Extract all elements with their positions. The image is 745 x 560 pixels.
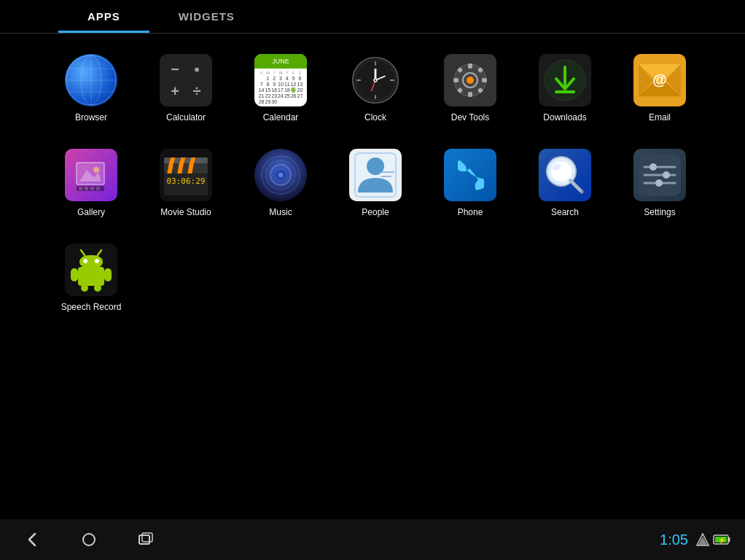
- svg-rect-92: [142, 533, 152, 542]
- people-icon: [349, 149, 402, 201]
- gallery-label: Gallery: [77, 207, 105, 217]
- calendar-icon: JUNE S M T W T F S 1 2 3 4 5 6 7 8 9 10: [254, 54, 307, 106]
- app-clock[interactable]: Clock: [328, 48, 423, 136]
- devtools-icon: [444, 54, 496, 106]
- svg-text:@: @: [652, 71, 667, 88]
- tab-bar: APPS WIDGETS: [0, 0, 745, 34]
- tab-widgets[interactable]: WIDGETS: [149, 0, 264, 33]
- nav-left: [15, 529, 156, 550]
- svg-rect-19: [468, 63, 472, 69]
- devtools-label: Dev Tools: [451, 112, 489, 122]
- svg-rect-89: [94, 284, 101, 292]
- svg-point-41: [93, 167, 99, 173]
- svg-rect-90: [83, 534, 95, 545]
- svg-line-85: [98, 250, 101, 255]
- svg-rect-86: [71, 268, 78, 281]
- svg-rect-21: [453, 78, 459, 82]
- svg-line-72: [570, 180, 580, 190]
- app-browser[interactable]: Browser: [44, 48, 139, 136]
- svg-rect-46: [96, 187, 100, 190]
- app-grid: Browser − ▪ + ÷ Calculator JUNE S M T W …: [0, 34, 745, 340]
- app-moviestudio[interactable]: 03:06:29 Movie Studio: [139, 143, 233, 230]
- nav-home-button[interactable]: [79, 529, 99, 550]
- email-label: Email: [649, 112, 671, 122]
- svg-point-83: [95, 259, 99, 263]
- svg-line-84: [81, 250, 85, 255]
- svg-rect-20: [468, 92, 472, 97]
- battery-icon: ⚡: [713, 534, 730, 545]
- moviestudio-label: Movie Studio: [160, 207, 211, 217]
- app-calendar[interactable]: JUNE S M T W T F S 1 2 3 4 5 6 7 8 9 10: [233, 48, 328, 136]
- app-speechrecord[interactable]: Speech Record: [44, 238, 139, 325]
- people-label: People: [362, 207, 389, 217]
- speechrecord-icon: [65, 244, 117, 296]
- svg-rect-88: [81, 284, 88, 292]
- app-gallery[interactable]: Gallery: [44, 143, 139, 230]
- calculator-label: Calculator: [166, 112, 206, 122]
- search-label: Search: [551, 207, 579, 217]
- nav-recent-button[interactable]: [136, 529, 156, 550]
- music-label: Music: [269, 207, 292, 217]
- svg-text:⚡: ⚡: [718, 536, 727, 545]
- svg-point-27: [467, 77, 474, 84]
- settings-label: Settings: [644, 207, 675, 217]
- phone-label: Phone: [458, 207, 483, 217]
- music-icon: [254, 149, 307, 201]
- nav-right: 1:05 ⚡: [660, 532, 730, 548]
- svg-rect-87: [104, 268, 112, 281]
- app-devtools[interactable]: Dev Tools: [423, 48, 518, 136]
- svg-rect-96: [728, 537, 730, 542]
- svg-rect-22: [482, 78, 487, 82]
- nav-bar: 1:05 ⚡: [0, 519, 745, 560]
- app-phone[interactable]: Phone: [423, 143, 518, 230]
- app-music[interactable]: Music: [233, 143, 328, 230]
- nav-back-button[interactable]: [22, 529, 42, 550]
- svg-point-77: [663, 171, 670, 179]
- downloads-icon: [539, 54, 591, 106]
- moviestudio-icon: 03:06:29: [160, 149, 212, 201]
- signal-icon: [695, 532, 710, 547]
- email-icon: @: [633, 54, 686, 106]
- svg-point-75: [650, 163, 657, 171]
- svg-rect-91: [139, 535, 149, 544]
- browser-icon: [65, 54, 117, 106]
- svg-rect-44: [85, 187, 88, 190]
- gallery-icon: [65, 149, 117, 201]
- calculator-icon: − ▪ + ÷: [160, 54, 212, 106]
- svg-point-69: [551, 161, 572, 182]
- clock-label: Clock: [364, 112, 386, 122]
- svg-rect-80: [78, 267, 104, 286]
- status-icons: ⚡: [695, 532, 730, 547]
- svg-rect-43: [79, 187, 82, 190]
- calendar-label: Calendar: [263, 112, 299, 122]
- phone-icon: [444, 149, 496, 201]
- app-search[interactable]: Search: [518, 143, 612, 230]
- speechrecord-label: Speech Record: [61, 302, 122, 312]
- app-settings[interactable]: Settings: [612, 143, 707, 230]
- app-downloads[interactable]: Downloads: [518, 48, 612, 136]
- svg-rect-45: [90, 187, 94, 190]
- settings-icon: [633, 149, 686, 201]
- svg-point-16: [375, 79, 377, 82]
- svg-text:03:06:29: 03:06:29: [167, 176, 206, 186]
- browser-label: Browser: [75, 112, 107, 122]
- svg-point-62: [278, 173, 283, 177]
- app-email[interactable]: @ Email: [612, 48, 707, 136]
- app-calculator[interactable]: − ▪ + ÷ Calculator: [139, 48, 233, 136]
- clock-icon: [349, 54, 402, 106]
- svg-point-82: [83, 259, 87, 263]
- app-people[interactable]: People: [328, 143, 423, 230]
- downloads-label: Downloads: [543, 112, 586, 122]
- tab-apps[interactable]: APPS: [58, 0, 149, 33]
- search-icon: [539, 149, 591, 201]
- svg-point-79: [655, 179, 663, 187]
- svg-rect-81: [79, 255, 103, 268]
- time-display: 1:05: [660, 532, 688, 548]
